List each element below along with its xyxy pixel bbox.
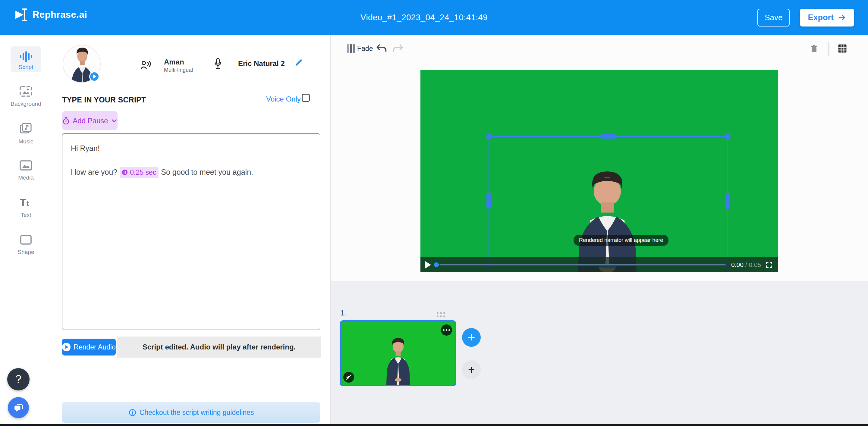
help-button[interactable]: ?	[7, 368, 30, 390]
slide-muted-icon[interactable]	[343, 372, 354, 383]
fade-transition-label[interactable]: Fade	[357, 44, 373, 53]
play-circle-icon	[62, 343, 70, 351]
slide-number: 1.	[340, 309, 346, 317]
app-root: Rephrase.ai Video_#1_2023_04_24_10:41:49…	[0, 0, 868, 426]
sidebar-item-script[interactable]: Script	[10, 46, 41, 72]
pause-chip[interactable]: 0.25 sec	[120, 167, 158, 178]
script-panel: Aman Multi-lingual Eric Natural 2 TYPE I…	[52, 35, 330, 424]
bottom-edge-bar	[0, 424, 868, 426]
sidebar-item-background[interactable]: Background	[0, 86, 52, 107]
chat-widget-button[interactable]	[8, 397, 29, 418]
brand-logo[interactable]: Rephrase.ai	[14, 8, 87, 22]
waveform-icon	[20, 51, 32, 62]
redo-icon[interactable]	[391, 43, 404, 54]
thumbnail-narrator-figure	[380, 337, 416, 386]
selection-handle-left-middle[interactable]	[487, 193, 491, 209]
progress-track[interactable]	[439, 264, 726, 265]
script-status-message: Script edited. Audio will play after ren…	[117, 336, 321, 358]
sidebar-item-label: Media	[0, 174, 52, 181]
add-slide-button-primary[interactable]: +	[462, 328, 481, 347]
info-icon	[128, 408, 136, 417]
toolbar-divider	[828, 41, 830, 56]
svg-text:t: t	[27, 199, 29, 208]
sidebar-item-label: Script	[10, 64, 41, 70]
chevron-down-icon	[111, 118, 118, 124]
add-slide-button-secondary[interactable]: +	[462, 360, 481, 379]
slide-drag-handle[interactable]	[437, 312, 445, 317]
music-icon	[20, 123, 32, 135]
narrator-voice-icon	[140, 60, 151, 70]
selection-handle-top-left[interactable]	[486, 133, 492, 139]
sidebar-item-media[interactable]: Media	[0, 160, 52, 181]
sidebar-item-label: Background	[0, 101, 52, 107]
media-image-icon	[19, 160, 33, 171]
voice-only-checkbox[interactable]	[302, 94, 310, 102]
add-pause-label: Add Pause	[73, 117, 108, 125]
text-icon: T t	[19, 197, 33, 208]
video-controls-bar: 0:00 / 0:05	[421, 257, 778, 272]
sidebar-item-music[interactable]: Music	[0, 123, 52, 145]
selection-handle-top-right[interactable]	[725, 133, 731, 139]
play-button[interactable]	[425, 261, 431, 268]
render-audio-label: Render Audio	[73, 343, 116, 351]
microphone-icon	[214, 57, 222, 70]
voice-name: Eric Natural 2	[238, 59, 285, 68]
narrator-language: Multi-lingual	[164, 67, 193, 73]
script-editor[interactable]: Hi Ryan! How are you? 0.25 sec So good t…	[62, 133, 320, 330]
voice-only-label[interactable]: Voice Only	[266, 95, 301, 103]
slide-thumbnail-1[interactable]	[340, 320, 456, 386]
pause-icon	[121, 169, 128, 176]
script-line: How are you? 0.25 sec So good to meet yo…	[71, 167, 311, 178]
delete-trash-icon[interactable]	[809, 43, 819, 54]
fullscreen-icon[interactable]	[765, 261, 773, 269]
arrow-right-icon	[838, 13, 846, 22]
narrator-name: Aman	[164, 58, 184, 66]
save-button[interactable]: Save	[757, 9, 789, 27]
chat-bubbles-icon	[13, 402, 24, 413]
script-text-segment: How are you?	[71, 167, 117, 177]
header-actions: Save Export	[757, 0, 854, 35]
progress-handle[interactable]	[434, 262, 439, 267]
fade-transition-icon[interactable]	[347, 43, 355, 54]
top-header: Rephrase.ai Video_#1_2023_04_24_10:41:49…	[0, 0, 868, 35]
export-button[interactable]: Export	[800, 9, 854, 27]
brand-name: Rephrase.ai	[33, 9, 87, 20]
script-text-segment: So good to meet you again.	[161, 167, 253, 177]
grid-view-icon[interactable]	[837, 43, 847, 54]
rephrase-logo-icon	[14, 8, 28, 22]
background-image-icon	[19, 86, 33, 97]
sidebar-item-label: Shape	[0, 249, 52, 256]
narrator-selection-box[interactable]	[489, 136, 727, 266]
script-line: Hi Ryan!	[71, 143, 311, 154]
time-separator: /	[745, 261, 747, 268]
shape-icon	[19, 234, 33, 245]
slide-menu-button[interactable]	[441, 325, 452, 336]
duration: 0:05	[749, 261, 761, 268]
sidebar-item-label: Music	[0, 138, 52, 145]
svg-text:T: T	[20, 197, 26, 208]
sidebar-item-text[interactable]: T t Text	[0, 197, 52, 219]
canvas-area: Fade	[330, 35, 868, 424]
time-display: 0:00 / 0:05	[731, 261, 761, 268]
current-time: 0:00	[731, 261, 744, 268]
sidebar-item-label: Text	[0, 212, 52, 219]
render-audio-button[interactable]: Render Audio	[62, 339, 116, 356]
edit-pencil-icon[interactable]	[294, 58, 304, 67]
sidebar-item-shape[interactable]: Shape	[0, 234, 52, 256]
script-section-title: TYPE IN YOUR SCRIPT	[62, 96, 146, 104]
selection-handle-top-center[interactable]	[600, 134, 616, 139]
narrator-placeholder-label: Rendered narrator will appear here	[574, 235, 669, 246]
add-pause-button[interactable]: Add Pause	[62, 111, 118, 130]
undo-icon[interactable]	[375, 43, 388, 54]
avatar-play-button[interactable]	[89, 71, 99, 81]
script-guidelines-link[interactable]: Checkout the script writing guidelines	[62, 402, 320, 423]
guidelines-text: Checkout the script writing guidelines	[140, 408, 254, 417]
video-title: Video_#1_2023_04_24_10:41:49	[361, 13, 488, 22]
selection-handle-right-middle[interactable]	[725, 193, 730, 209]
stopwatch-icon	[62, 117, 70, 125]
export-label: Export	[808, 13, 834, 22]
pause-duration: 0.25 sec	[130, 168, 156, 177]
tool-sidebar: Script Background Music Media	[0, 35, 52, 424]
video-preview-stage[interactable]: Rendered narrator will appear here 0:00 …	[421, 70, 778, 272]
